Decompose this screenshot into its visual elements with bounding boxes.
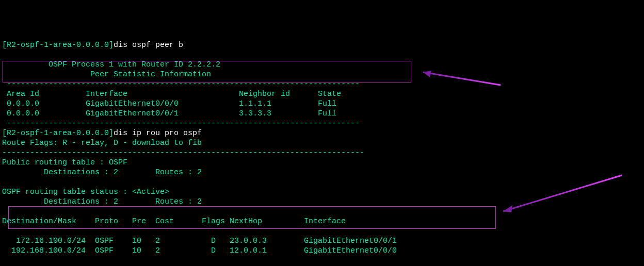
peer-row: 0.0.0.0 GigabitEthernet0/0/0 1.1.1.1 Ful… [2,99,360,108]
prompt: [R2-ospf-1-area-0.0.0.0] [2,129,114,138]
route-flags-legend: Route Flags: R - relay, D - download to … [2,139,202,147]
peer-row: 0.0.0.0 GigabitEthernet0/0/1 3.3.3.3 Ful… [2,109,360,118]
route-row: 192.168.100.0/24 OSPF 10 2 D 12.0.0.1 Gi… [2,246,397,255]
public-routing-header: Public routing table : OSPF [2,158,127,167]
peer-table-header: Area Id Interface Neighbor id State [2,90,360,98]
divider: ----------------------------------------… [2,148,364,157]
public-routing-counts: Destinations : 2 Routes : 2 [2,168,202,177]
active-status-counts: Destinations : 2 Routes : 2 [2,197,202,206]
divider: ----------------------------------------… [2,119,360,128]
prompt: [R2-ospf-1-area-0.0.0.0] [2,41,114,49]
route-table-header: Destination/Mask Proto Pre Cost Flags Ne… [2,217,346,226]
peer-stat-header: Peer Statistic Information [2,70,211,79]
terminal-output: [R2-ospf-1-area-0.0.0.0]dis ospf peer b … [2,40,642,266]
ospf-process-header: OSPF Process 1 with Router ID 2.2.2.2 [2,60,220,69]
route-row: 172.16.100.0/24 OSPF 10 2 D 23.0.0.3 Gig… [2,237,397,245]
active-status-header: OSPF routing table status : <Active> [2,188,169,196]
command-text: dis ospf peer b [114,41,183,49]
divider: ----------------------------------------… [2,80,360,89]
command-text: dis ip rou pro ospf [114,129,202,138]
